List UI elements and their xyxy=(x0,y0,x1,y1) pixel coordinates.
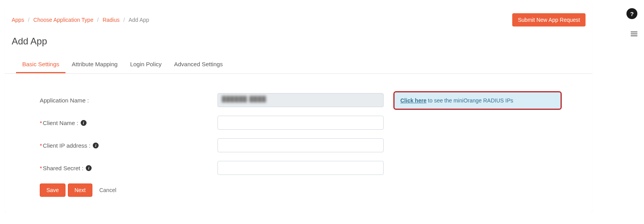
tabs: Basic Settings Attribute Mapping Login P… xyxy=(5,57,593,74)
breadcrumb-link-choose-type[interactable]: Choose Application Type xyxy=(34,17,94,23)
form: Application Name : ██████ ████ Click her… xyxy=(5,74,593,212)
shared-secret-input[interactable] xyxy=(218,161,384,175)
label-application-name: Application Name : xyxy=(40,97,89,104)
page-title: Add App xyxy=(5,26,593,57)
info-icon[interactable]: i xyxy=(86,165,92,171)
info-icon[interactable]: i xyxy=(81,120,87,126)
page-container: Apps / Choose Application Type / Radius … xyxy=(5,0,593,212)
hint-text: to see the miniOrange RADIUS IPs xyxy=(426,97,513,104)
save-button[interactable]: Save xyxy=(40,183,65,197)
required-star: * xyxy=(40,165,42,171)
help-icon[interactable]: ? xyxy=(626,8,637,19)
breadcrumb-link-apps[interactable]: Apps xyxy=(12,17,24,23)
breadcrumb-sep: / xyxy=(97,17,99,23)
client-ip-input[interactable] xyxy=(218,138,384,152)
client-name-input[interactable] xyxy=(218,116,384,130)
breadcrumb-sep: / xyxy=(124,17,125,23)
breadcrumb-current: Add App xyxy=(129,17,149,23)
help-icon-label: ? xyxy=(630,11,633,17)
tab-basic-settings[interactable]: Basic Settings xyxy=(16,57,65,73)
tab-attribute-mapping[interactable]: Attribute Mapping xyxy=(65,57,124,73)
label-shared-secret: Shared Secret : xyxy=(43,165,83,171)
breadcrumb: Apps / Choose Application Type / Radius … xyxy=(12,17,149,23)
application-name-input[interactable]: ██████ ████ xyxy=(218,93,384,107)
application-name-value-masked: ██████ ████ xyxy=(222,96,266,102)
tab-advanced-settings[interactable]: Advanced Settings xyxy=(168,57,229,73)
label-client-ip: Client IP address : xyxy=(43,142,90,149)
tab-login-policy[interactable]: Login Policy xyxy=(124,57,168,73)
submit-new-app-request-button[interactable]: Submit New App Request xyxy=(512,13,586,26)
label-client-name: Client Name : xyxy=(43,120,78,126)
radius-ips-hint: Click here to see the miniOrange RADIUS … xyxy=(395,92,561,109)
required-star: * xyxy=(40,120,42,126)
breadcrumb-sep: / xyxy=(28,17,30,23)
cancel-button[interactable]: Cancel xyxy=(95,184,121,196)
hamburger-menu-icon[interactable] xyxy=(631,30,637,37)
next-button[interactable]: Next xyxy=(68,183,92,197)
required-star: * xyxy=(40,142,42,149)
click-here-link[interactable]: Click here xyxy=(400,97,426,104)
info-icon[interactable]: i xyxy=(93,143,99,148)
breadcrumb-link-radius[interactable]: Radius xyxy=(103,17,120,23)
